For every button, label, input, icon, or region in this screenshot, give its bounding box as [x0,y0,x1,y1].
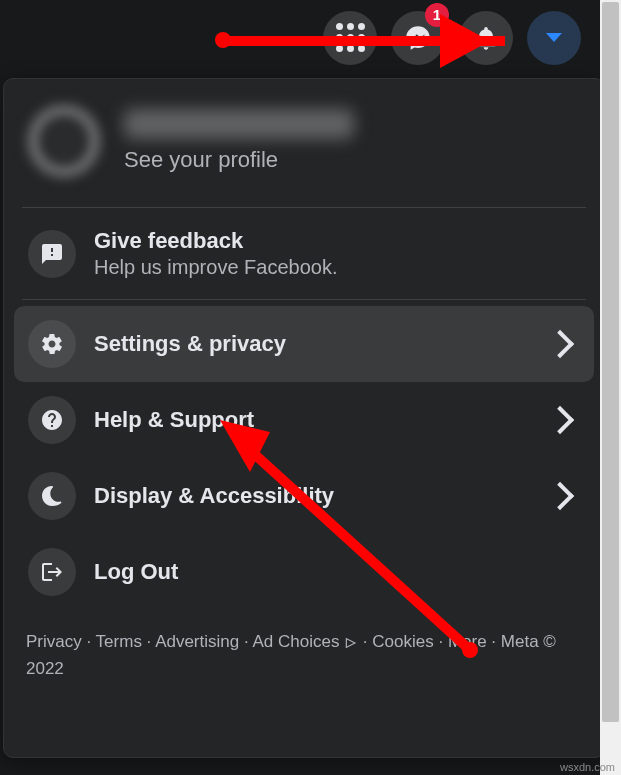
profile-subtext: See your profile [124,147,354,173]
ad-choices-icon [344,636,358,650]
chevron-right-icon [546,482,574,510]
help-icon [28,396,76,444]
scrollbar-thumb[interactable] [602,2,619,722]
caret-down-icon [546,33,562,42]
chevron-right-icon [546,406,574,434]
footer-more[interactable]: More [448,632,487,651]
chevron-right-icon [546,330,574,358]
account-dropdown-panel: See your profile Give feedback Help us i… [3,78,605,758]
profile-name-redacted [124,109,354,139]
footer-terms[interactable]: Terms [96,632,142,651]
feedback-title: Give feedback [94,228,337,254]
notifications-button[interactable] [459,11,513,65]
notification-badge: 1 [425,3,449,27]
apps-menu-button[interactable] [323,11,377,65]
feedback-icon [28,230,76,278]
account-menu-button[interactable] [527,11,581,65]
display-title: Display & Accessibility [94,483,334,509]
footer-cookies[interactable]: Cookies [372,632,433,651]
menu-settings-privacy[interactable]: Settings & privacy [14,306,594,382]
help-title: Help & Support [94,407,254,433]
footer-links: Privacy · Terms · Advertising · Ad Choic… [14,610,594,682]
settings-title: Settings & privacy [94,331,286,357]
apps-grid-icon [336,23,365,52]
profile-link[interactable]: See your profile [14,89,594,201]
menu-display-accessibility[interactable]: Display & Accessibility [14,458,594,534]
footer-privacy[interactable]: Privacy [26,632,82,651]
logout-icon [28,548,76,596]
gear-icon [28,320,76,368]
moon-icon [28,472,76,520]
footer-ad-choices[interactable]: Ad Choices [252,632,339,651]
footer-advertising[interactable]: Advertising [155,632,239,651]
divider [22,207,586,208]
logout-title: Log Out [94,559,178,585]
menu-help-support[interactable]: Help & Support [14,382,594,458]
feedback-sub: Help us improve Facebook. [94,256,337,279]
topbar: 1 [0,0,621,75]
menu-log-out[interactable]: Log Out [14,534,594,610]
avatar [22,99,106,183]
divider [22,299,586,300]
bell-icon [472,24,500,52]
messenger-icon [404,24,432,52]
scrollbar[interactable] [600,0,621,775]
watermark: wsxdn.com [560,761,615,773]
messenger-button[interactable]: 1 [391,11,445,65]
menu-give-feedback[interactable]: Give feedback Help us improve Facebook. [14,214,594,293]
